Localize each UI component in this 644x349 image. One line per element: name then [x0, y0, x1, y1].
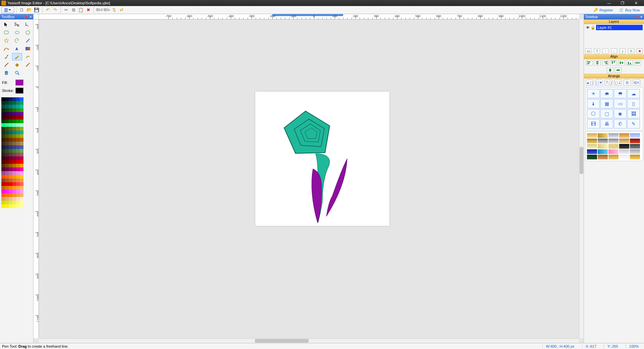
gradient-swatch[interactable]: [619, 139, 629, 143]
palette-swatch[interactable]: [12, 131, 16, 134]
eyedropper-tool[interactable]: [1, 53, 11, 60]
paste-icon[interactable]: 📋: [77, 7, 84, 13]
send-back-button[interactable]: ▢⤓: [614, 80, 622, 86]
palette-swatch[interactable]: [9, 160, 12, 164]
layer-bottom-button[interactable]: ⤓: [620, 48, 626, 54]
palette-swatch[interactable]: [12, 145, 16, 149]
duplicate-layer-button[interactable]: ⎘: [628, 48, 634, 54]
color-palette[interactable]: [0, 97, 33, 209]
palette-swatch[interactable]: [5, 171, 9, 175]
palette-swatch[interactable]: [5, 167, 9, 171]
register-link[interactable]: 🔑 Register: [593, 8, 613, 12]
buy-now-link[interactable]: 🛒 Buy Now: [619, 8, 640, 12]
minimize-button[interactable]: —: [602, 0, 616, 6]
palette-swatch[interactable]: [16, 112, 20, 116]
palette-swatch[interactable]: [1, 186, 5, 190]
palette-swatch[interactable]: [16, 167, 20, 171]
palette-swatch[interactable]: [12, 134, 16, 138]
palette-swatch[interactable]: [9, 142, 12, 145]
palette-swatch[interactable]: [1, 204, 5, 208]
shape-telephone[interactable]: ✆: [614, 119, 627, 129]
palette-swatch[interactable]: [12, 171, 16, 175]
gradient-swatch[interactable]: [598, 139, 608, 143]
rotate-cw-icon[interactable]: 90↻: [103, 7, 110, 13]
palette-swatch[interactable]: [1, 101, 5, 105]
palette-swatch[interactable]: [12, 179, 16, 182]
gradient-swatch[interactable]: [619, 133, 629, 138]
palette-swatch[interactable]: [9, 156, 12, 160]
palette-swatch[interactable]: [12, 182, 16, 186]
shape-window[interactable]: ▭: [614, 99, 627, 108]
palette-swatch[interactable]: [16, 138, 20, 142]
palette-swatch[interactable]: [9, 116, 12, 119]
palette-swatch[interactable]: [20, 201, 23, 204]
palette-swatch[interactable]: [1, 149, 5, 153]
gradient-swatch[interactable]: [587, 133, 597, 138]
palette-swatch[interactable]: [20, 134, 23, 138]
hand-tool[interactable]: [1, 69, 11, 77]
shape-pen[interactable]: ✎: [627, 119, 640, 129]
fill-tool[interactable]: [12, 61, 22, 68]
palette-swatch[interactable]: [9, 197, 12, 201]
palette-swatch[interactable]: [12, 156, 16, 160]
shapes-scrollbar[interactable]: [642, 88, 644, 130]
palette-swatch[interactable]: [20, 127, 23, 131]
new-layer-button[interactable]: ▭: [585, 48, 591, 54]
palette-swatch[interactable]: [1, 108, 5, 112]
gradient-swatch[interactable]: [630, 149, 640, 154]
palette-swatch[interactable]: [9, 97, 12, 101]
palette-swatch[interactable]: [5, 197, 9, 201]
palette-swatch[interactable]: [5, 153, 9, 156]
palette-swatch[interactable]: [5, 105, 9, 108]
calligraphy-tool[interactable]: [23, 53, 33, 60]
palette-swatch[interactable]: [5, 175, 9, 179]
palette-swatch[interactable]: [5, 123, 9, 127]
palette-swatch[interactable]: [20, 131, 23, 134]
center-canvas-v-button[interactable]: [615, 67, 622, 73]
palette-swatch[interactable]: [1, 138, 5, 142]
group-button[interactable]: ⧉: [624, 80, 631, 86]
save-file-icon[interactable]: 💾: [33, 7, 40, 13]
palette-swatch[interactable]: [16, 156, 20, 160]
palette-swatch[interactable]: [5, 179, 9, 182]
shape-monitor[interactable]: 🖵: [587, 109, 600, 118]
palette-swatch[interactable]: [9, 131, 12, 134]
palette-swatch[interactable]: [5, 201, 9, 204]
shape-snow[interactable]: 🌨: [614, 89, 627, 98]
palette-swatch[interactable]: [20, 153, 23, 156]
rotate-ccw-icon[interactable]: 90↺: [96, 7, 103, 13]
palette-swatch[interactable]: [12, 186, 16, 190]
palette-swatch[interactable]: [20, 123, 23, 127]
gradient-swatch[interactable]: [608, 155, 619, 159]
palette-swatch[interactable]: [20, 156, 23, 160]
bring-front-button[interactable]: ⤒▢: [605, 80, 612, 86]
shape-grid[interactable]: ▦: [600, 99, 613, 108]
shape-camera[interactable]: ◙: [614, 109, 627, 118]
palette-swatch[interactable]: [9, 179, 12, 182]
gradient-swatch[interactable]: [587, 139, 597, 143]
gradient-swatch[interactable]: [608, 139, 619, 143]
palette-swatch[interactable]: [1, 164, 5, 167]
palette-swatch[interactable]: [16, 119, 20, 123]
palette-swatch[interactable]: [20, 138, 23, 142]
delete-icon[interactable]: ✖: [85, 7, 92, 13]
align-left-button[interactable]: [586, 60, 593, 65]
shape-picture[interactable]: 🖼: [627, 109, 640, 118]
palette-swatch[interactable]: [20, 160, 23, 164]
palette-swatch[interactable]: [12, 149, 16, 153]
pin-icon[interactable]: 📌: [635, 15, 639, 19]
palette-swatch[interactable]: [12, 142, 16, 145]
palette-swatch[interactable]: [9, 171, 12, 175]
artboard[interactable]: [255, 92, 389, 226]
palette-swatch[interactable]: [12, 101, 16, 105]
palette-swatch[interactable]: [9, 175, 12, 179]
palette-swatch[interactable]: [9, 101, 12, 105]
palette-swatch[interactable]: [1, 179, 5, 182]
palette-swatch[interactable]: [9, 108, 12, 112]
palette-swatch[interactable]: [16, 134, 20, 138]
gradient-swatch[interactable]: [619, 149, 629, 154]
gradient-swatch[interactable]: [630, 139, 640, 143]
palette-swatch[interactable]: [20, 204, 23, 208]
palette-swatch[interactable]: [5, 108, 9, 112]
lock-icon[interactable]: 🔒: [591, 26, 595, 30]
